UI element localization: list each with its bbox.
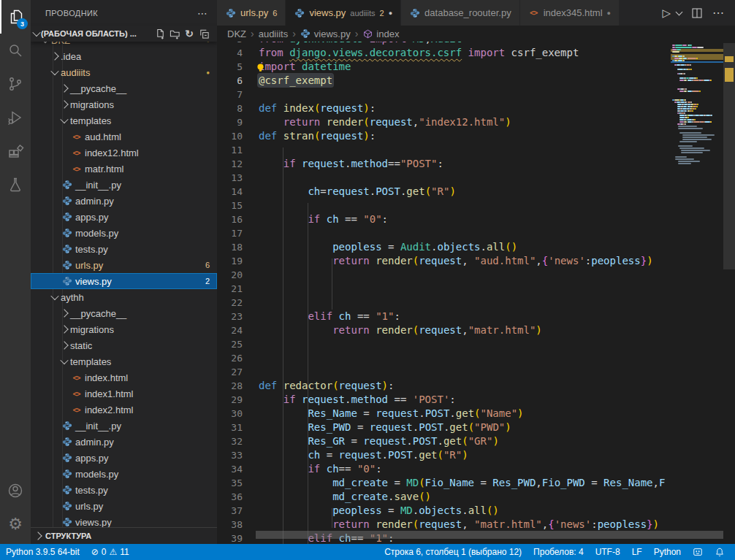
workspace-label: (РАБОЧАЯ ОБЛАСТЬ) ... bbox=[41, 29, 137, 38]
breadcrumb-item-audiiits[interactable]: audiiits bbox=[259, 28, 288, 39]
tree-item-__pycache__[interactable]: __pycache__ bbox=[31, 305, 217, 321]
activity-bar-source-control[interactable] bbox=[0, 67, 31, 101]
chevron-right-icon[interactable] bbox=[50, 52, 58, 60]
python-file-icon bbox=[61, 212, 72, 223]
tree-item-admin.py[interactable]: admin.py bbox=[31, 434, 217, 450]
collapse-all-icon[interactable] bbox=[197, 26, 211, 41]
code-line-text: ch = request.POST.get("R") bbox=[243, 448, 468, 462]
chevron-down-icon[interactable] bbox=[41, 42, 49, 43]
tab-views.py[interactable]: views.pyaudiiits2● bbox=[286, 0, 401, 26]
tree-item-migrations[interactable]: migrations bbox=[31, 321, 217, 337]
code-line-text: md_create = MD(Fio_Name = Res_PWD,Fio_PW… bbox=[243, 476, 665, 490]
overview-ruler[interactable] bbox=[723, 42, 735, 544]
testing-icon bbox=[7, 176, 24, 193]
tree-item-apps.py[interactable]: apps.py bbox=[31, 209, 217, 225]
split-editor-button[interactable] bbox=[692, 8, 702, 18]
tab-description: audiiits bbox=[350, 9, 375, 18]
chevron-right-icon[interactable] bbox=[60, 341, 68, 349]
status-indentation[interactable]: Пробелов: 4 bbox=[528, 544, 590, 560]
chevron-right-icon[interactable] bbox=[60, 84, 68, 92]
code-line-text bbox=[243, 88, 259, 101]
tree-item-index1.html[interactable]: <>index1.html bbox=[31, 386, 217, 402]
chevron-down-icon[interactable] bbox=[50, 292, 58, 300]
tree-item-label: aud.html bbox=[85, 131, 121, 142]
dirty-dot-icon[interactable]: ● bbox=[389, 9, 392, 17]
tree-item-static[interactable]: static bbox=[31, 337, 217, 353]
run-dropdown[interactable] bbox=[681, 12, 682, 15]
run-button[interactable]: ▷ bbox=[662, 7, 671, 20]
tree-item-migrations[interactable]: migrations bbox=[31, 96, 217, 112]
tree-item-urls.py[interactable]: urls.py6 bbox=[31, 257, 217, 273]
tree-item-aythh[interactable]: aythh bbox=[31, 289, 217, 305]
activity-bar-run-debug[interactable] bbox=[0, 101, 31, 134]
activity-bar-testing[interactable] bbox=[0, 168, 31, 202]
tree-item-apps.py[interactable]: apps.py bbox=[31, 450, 217, 466]
warning-count: 11 bbox=[120, 547, 129, 557]
activity-bar-account[interactable] bbox=[0, 474, 31, 507]
activity-bar-explorer[interactable]: 3 bbox=[0, 0, 31, 34]
lightbulb-icon[interactable] bbox=[256, 62, 265, 72]
tree-item-index.html[interactable]: <>index.html bbox=[31, 369, 217, 386]
status-python-interpreter[interactable]: Python 3.9.5 64-bit bbox=[0, 544, 85, 560]
tree-item-audiiits[interactable]: audiiits● bbox=[31, 64, 217, 80]
tree-item-.idea[interactable]: .idea bbox=[31, 48, 217, 64]
html-file-icon: <> bbox=[528, 7, 539, 18]
explorer-more-actions-icon[interactable]: ⋯ bbox=[197, 7, 208, 19]
chevron-right-icon[interactable] bbox=[60, 325, 68, 333]
editor-more-actions[interactable]: ⋯ bbox=[712, 6, 725, 20]
tree-item-templates[interactable]: templates bbox=[31, 112, 217, 129]
activity-bar-extensions[interactable] bbox=[0, 134, 31, 168]
tree-item-urls.py[interactable]: urls.py bbox=[31, 498, 217, 514]
code-line-text bbox=[243, 337, 259, 351]
status-notifications[interactable] bbox=[709, 544, 731, 560]
tab-label: database_roouter.py bbox=[424, 7, 511, 18]
tree-item-admin.py[interactable]: admin.py bbox=[31, 193, 217, 209]
workspace-section-header[interactable]: (РАБОЧАЯ ОБЛАСТЬ) ... ↻ bbox=[31, 26, 217, 42]
code-line: 36 md_create.save() bbox=[217, 490, 671, 504]
activity-bar-settings[interactable]: ⚙ bbox=[0, 507, 31, 541]
tree-item-DKZ[interactable]: DKZ● bbox=[31, 42, 217, 48]
status-feedback[interactable] bbox=[687, 544, 709, 560]
status-language-mode[interactable]: Python bbox=[648, 544, 687, 560]
breadcrumb-item-index[interactable]: index bbox=[362, 28, 399, 39]
tab-urls.py[interactable]: urls.py6 bbox=[217, 0, 286, 26]
status-eol[interactable]: LF bbox=[626, 544, 648, 560]
tree-item-templates[interactable]: templates bbox=[31, 353, 217, 369]
status-problems[interactable]: ⊘0⚠11 bbox=[85, 544, 135, 560]
tree-item-tests.py[interactable]: tests.py bbox=[31, 482, 217, 498]
tree-item-index2.html[interactable]: <>index2.html bbox=[31, 402, 217, 418]
tree-item-aud.html[interactable]: <>aud.html bbox=[31, 129, 217, 145]
activity-bar-search[interactable] bbox=[0, 34, 31, 67]
tree-item-__pycache__[interactable]: __pycache__ bbox=[31, 80, 217, 96]
breadcrumb-item-views.py[interactable]: views.py bbox=[300, 28, 351, 39]
chevron-down-icon[interactable] bbox=[60, 115, 68, 123]
tree-item-models.py[interactable]: models.py bbox=[31, 466, 217, 482]
new-file-icon[interactable] bbox=[153, 26, 167, 41]
chevron-down-icon[interactable] bbox=[50, 67, 58, 75]
tree-item-tests.py[interactable]: tests.py bbox=[31, 241, 217, 257]
tree-item-views.py[interactable]: views.py bbox=[31, 514, 217, 527]
chevron-right-icon[interactable] bbox=[60, 100, 68, 108]
code-line: 10def stran(request): bbox=[217, 129, 671, 143]
tab-database_roouter.py[interactable]: database_roouter.py bbox=[401, 0, 520, 26]
code-editor[interactable]: 3from aythh.models import MD,Audit4from … bbox=[217, 42, 735, 544]
new-folder-icon[interactable] bbox=[167, 26, 182, 41]
tree-item-models.py[interactable]: models.py bbox=[31, 225, 217, 241]
chevron-down-icon[interactable] bbox=[60, 356, 68, 364]
tree-item-__init__.py[interactable]: __init__.py bbox=[31, 177, 217, 193]
tree-item-__init__.py[interactable]: __init__.py bbox=[31, 418, 217, 434]
chevron-right-icon bbox=[34, 532, 42, 540]
tree-item-matr.html[interactable]: <>matr.html bbox=[31, 161, 217, 177]
status-encoding[interactable]: UTF-8 bbox=[590, 544, 626, 560]
minimap[interactable] bbox=[671, 42, 723, 544]
outline-section-header[interactable]: СТРУКТУРА bbox=[31, 527, 217, 544]
tree-item-views.py[interactable]: views.py2 bbox=[31, 273, 217, 289]
breadcrumb-item-DKZ[interactable]: DKZ bbox=[227, 28, 246, 39]
status-cursor-position[interactable]: Строка 6, столбец 1 (выбрано 12) bbox=[378, 544, 528, 560]
tab-index345.html[interactable]: <>index345.html● bbox=[520, 0, 620, 26]
tree-item-index12.html[interactable]: <>index12.html bbox=[31, 145, 217, 161]
chevron-right-icon[interactable] bbox=[60, 309, 68, 317]
horizontal-scrollbar[interactable] bbox=[256, 531, 723, 539]
refresh-icon[interactable]: ↻ bbox=[182, 26, 197, 41]
code-line-text bbox=[243, 296, 259, 310]
